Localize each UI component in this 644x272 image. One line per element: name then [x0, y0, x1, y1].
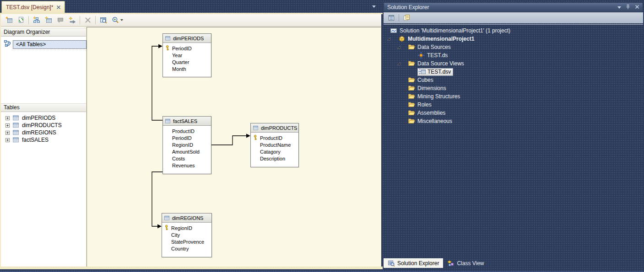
- close-icon[interactable]: [56, 5, 61, 10]
- entity-title: dimPRODUCTS: [261, 125, 297, 131]
- new-diagram-button[interactable]: [31, 15, 42, 26]
- solution-explorer-titlebar[interactable]: Solution Explorer: [384, 2, 643, 12]
- tree-item-label: TEST.dsv: [428, 69, 451, 75]
- entity-dimPRODUCTS[interactable]: dimPRODUCTSProductIDProductNameCatagoryD…: [250, 123, 299, 167]
- document-tabstrip: TEST.dsv [Design]*: [0, 0, 383, 13]
- diagram-organizer-header: Diagram Organizer: [1, 28, 86, 37]
- field-Costs[interactable]: Costs: [163, 155, 211, 162]
- entity-factSALES[interactable]: factSALESProductIDPeriodIDRegionIDAmount…: [162, 116, 211, 174]
- field-Month[interactable]: Month: [163, 65, 211, 72]
- relationship-factSALES-to-dimPRODUCTS[interactable]: [211, 134, 250, 145]
- field-name: RegionID: [172, 142, 193, 148]
- table-icon: [12, 137, 19, 143]
- tree-item-roles[interactable]: Roles: [384, 101, 643, 109]
- tables-list-item[interactable]: dimPRODUCTS: [1, 122, 86, 129]
- entity-header[interactable]: dimPERIODS: [163, 34, 211, 43]
- tree-item-miscellaneous[interactable]: Miscellaneous: [384, 117, 643, 125]
- zoom-button[interactable]: [109, 15, 125, 26]
- document-tab-title: TEST.dsv [Design]*: [6, 4, 53, 11]
- expander-icon[interactable]: [397, 45, 400, 49]
- entity-fields: ProductIDPeriodIDRegionIDAmountSoldCosts…: [163, 126, 211, 169]
- refresh-data-source-view-button[interactable]: [15, 15, 27, 26]
- field-Revenues[interactable]: Revenues: [163, 162, 211, 169]
- tree-item-data-sources[interactable]: Data Sources: [384, 43, 643, 51]
- replace-table-button[interactable]: [66, 15, 78, 26]
- field-ProductName[interactable]: ProductName: [251, 141, 298, 148]
- toolbar-separator: [399, 14, 399, 21]
- close-icon[interactable]: [635, 4, 639, 11]
- field-Catagory[interactable]: Catagory: [251, 148, 298, 155]
- field-RegionID[interactable]: RegionID: [162, 224, 211, 231]
- table-icon: [12, 129, 19, 136]
- entity-header[interactable]: dimPRODUCTS: [251, 123, 298, 133]
- tree-item-test.dsv[interactable]: TEST.dsv: [384, 68, 643, 76]
- field-name: ProductID: [260, 135, 282, 141]
- diagram-canvas[interactable]: dimPERIODSPeriodIDYearQuarterMonthfactSA…: [87, 27, 381, 267]
- selected-item[interactable]: TEST.dsv: [417, 68, 453, 76]
- tree-item-cubes[interactable]: Cubes: [384, 76, 643, 84]
- tree-item-dimensions[interactable]: Dimensions: [384, 84, 643, 92]
- document-list-chevron-icon[interactable]: [372, 5, 376, 8]
- add-remove-tables-icon: [5, 16, 13, 24]
- find-table-button[interactable]: [97, 15, 109, 26]
- tables-header: Tables: [1, 103, 86, 112]
- relationship-factSALES-to-dimPERIODS[interactable]: [152, 44, 162, 121]
- tree-item-solution-multidimensionalproject1-1-project-[interactable]: Solution 'MultidimensionalProject1' (1 p…: [384, 27, 643, 35]
- relationship-factSALES-to-dimREGIONS[interactable]: [152, 172, 162, 229]
- entity-title: dimPERIODS: [173, 36, 204, 41]
- field-PeriodID[interactable]: PeriodID: [163, 134, 211, 141]
- project-icon: [398, 35, 406, 43]
- entity-dimREGIONS[interactable]: dimREGIONSRegionIDCityStateProvenceCount…: [162, 213, 212, 257]
- add-related-tables-button[interactable]: [43, 15, 54, 26]
- show-all-files-icon: [403, 14, 410, 21]
- window-position-chevron-icon[interactable]: [617, 6, 621, 9]
- entity-header[interactable]: dimREGIONS: [162, 213, 211, 223]
- new-annotation-button[interactable]: [54, 15, 66, 26]
- field-AmountSold[interactable]: AmountSold: [163, 148, 211, 155]
- field-name: AmountSold: [172, 149, 200, 155]
- tree-item-multidimensionalproject1[interactable]: MultidimensionalProject1: [384, 35, 643, 43]
- show-all-files-button[interactable]: [401, 13, 411, 23]
- table-name: dimPRODUCTS: [22, 122, 62, 128]
- tree-item-mining-structures[interactable]: Mining Structures: [384, 92, 643, 101]
- field-Year[interactable]: Year: [163, 52, 211, 59]
- tree-item-assemblies[interactable]: Assemblies: [384, 109, 643, 117]
- find-table-icon: [100, 16, 107, 24]
- field-RegionID[interactable]: RegionID: [163, 141, 211, 148]
- field-StateProvence[interactable]: StateProvence: [162, 238, 211, 245]
- tables-list-item[interactable]: factSALES: [1, 136, 86, 144]
- tree-item-data-source-views[interactable]: Data Source Views: [384, 59, 643, 68]
- delete-button[interactable]: [82, 15, 93, 26]
- table-icon: [165, 36, 171, 41]
- tab-solution-explorer[interactable]: Solution Explorer: [384, 258, 443, 268]
- field-City[interactable]: City: [162, 231, 211, 238]
- entity-header[interactable]: factSALES: [163, 117, 211, 126]
- tab-class-view[interactable]: Class View: [443, 258, 488, 268]
- field-Country[interactable]: Country: [162, 245, 211, 252]
- field-ProductID[interactable]: ProductID: [251, 134, 298, 141]
- tree-item-label: Data Sources: [417, 44, 451, 50]
- folder-icon: [408, 101, 415, 108]
- field-Quarter[interactable]: Quarter: [163, 59, 211, 65]
- field-PeriodID[interactable]: PeriodID: [163, 45, 211, 52]
- zoom-icon: [112, 16, 119, 24]
- primary-key-icon: [164, 225, 169, 230]
- tree-item-label: Mining Structures: [417, 93, 460, 100]
- document-tab[interactable]: TEST.dsv [Design]*: [1, 1, 65, 13]
- expander-icon[interactable]: [397, 62, 400, 65]
- entity-dimPERIODS[interactable]: dimPERIODSPeriodIDYearQuarterMonth: [162, 33, 211, 77]
- chevron-down-icon[interactable]: [120, 19, 123, 21]
- tables-list-item[interactable]: dimREGIONS: [1, 129, 86, 136]
- field-ProductID[interactable]: ProductID: [163, 128, 211, 134]
- add-remove-tables-button[interactable]: [3, 15, 15, 26]
- pin-icon[interactable]: [625, 4, 631, 11]
- tree-item-test.ds[interactable]: TEST.ds: [384, 51, 643, 59]
- add-related-tables-icon: [45, 16, 52, 24]
- properties-button[interactable]: [386, 13, 396, 23]
- diagram-organizer-item[interactable]: <All Tables>: [4, 40, 87, 49]
- toolbar-separator: [28, 16, 29, 24]
- tables-list-item[interactable]: dimPERIODS: [1, 114, 86, 122]
- expander-icon[interactable]: [387, 37, 390, 41]
- field-name: PeriodID: [172, 135, 192, 141]
- field-Description[interactable]: Description: [251, 155, 298, 162]
